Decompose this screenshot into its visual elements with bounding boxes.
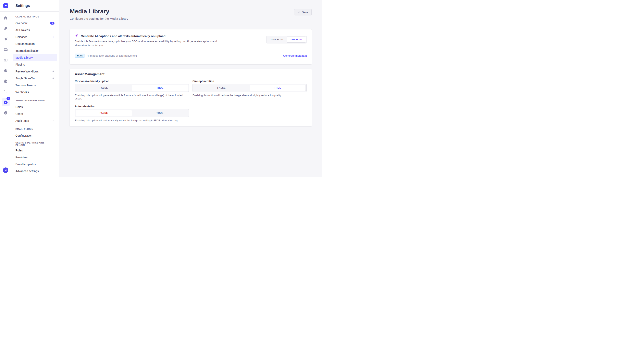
toggle-false-option[interactable]: FALSE xyxy=(193,85,250,91)
generate-metadata-link[interactable]: Generate metadata xyxy=(283,54,307,57)
sidebar-item-plugins[interactable]: Plugins xyxy=(13,61,57,68)
sidebar-section: ADMINISTRATION PANEL Roles Users Audit L… xyxy=(12,98,59,124)
feather-icon[interactable] xyxy=(2,24,10,32)
sidebar-section: EMAIL PLUGIN Configuration xyxy=(12,127,59,139)
toggle-field-description: Enabling this option will automatically … xyxy=(75,119,189,122)
sidebar-item-advanced-settings[interactable]: Advanced settings xyxy=(13,168,57,175)
sidebar-section: GLOBAL SETTINGS Overview 1 API Tokens Re… xyxy=(12,14,59,96)
toggle-true-option[interactable]: TRUE xyxy=(250,85,306,91)
home-icon[interactable] xyxy=(2,14,10,22)
page-header-text: Media Library Configure the settings for… xyxy=(70,7,128,20)
sidebar-section-label: EMAIL PLUGIN xyxy=(13,127,57,131)
gear-icon[interactable]: 1 xyxy=(2,98,10,106)
settings-nav-badge: 1 xyxy=(6,97,10,100)
page-title: Media Library xyxy=(70,7,128,15)
primary-nav-strip: 1 M xyxy=(0,0,12,177)
sidebar-item-label: API Tokens xyxy=(16,28,30,32)
sidebar-item-label: Overview xyxy=(16,21,27,25)
toggle-true-option[interactable]: TRUE xyxy=(132,110,188,116)
beta-badge: BETA xyxy=(74,54,85,58)
ai-banner-description: Enable this feature to save time, optimi… xyxy=(74,39,225,47)
sidebar-item-label: Single Sign-On xyxy=(16,77,34,80)
save-button[interactable]: Save xyxy=(294,9,312,15)
ai-banner-title-row: Generate AI captions and alt texts autom… xyxy=(74,34,258,38)
sidebar-section: USERS & PERMISSIONS PLUGIN Roles Provide… xyxy=(12,142,59,175)
sidebar-item-configuration[interactable]: Configuration xyxy=(13,132,57,139)
pictures-icon[interactable] xyxy=(2,45,10,54)
sidebar-item-review-workflows[interactable]: Review Workflows xyxy=(13,68,57,75)
puzzle-icon-2[interactable] xyxy=(2,77,10,85)
field-size-optimization: Size optimization FALSE TRUE Enabling th… xyxy=(192,80,306,100)
ai-toggle-enabled-option[interactable]: ENABLED xyxy=(287,36,306,43)
toggle-field-label: Auto orientation xyxy=(75,105,189,108)
cart-icon[interactable] xyxy=(2,88,10,96)
main-content: Media Library Configure the settings for… xyxy=(59,0,322,177)
sidebar-item-label: Plugins xyxy=(16,63,25,66)
sparkle-icon xyxy=(74,34,79,38)
asset-management-card: Asset Management Responsive friendly upl… xyxy=(70,69,312,126)
ai-toggle-disabled-option[interactable]: DISABLED xyxy=(267,36,287,43)
lightning-bolt-icon xyxy=(52,70,54,73)
sidebar-item-users[interactable]: Users xyxy=(13,110,57,117)
toggle-field-description: Enabling this option will generate multi… xyxy=(75,94,189,100)
toggle-field-control: FALSE TRUE xyxy=(192,84,306,92)
ai-banner-text: Generate AI captions and alt texts autom… xyxy=(74,34,266,47)
sidebar-item-label: Transfer Tokens xyxy=(16,84,36,87)
settings-sidebar: Settings GLOBAL SETTINGS Overview 1 API … xyxy=(12,0,59,177)
page-header: Media Library Configure the settings for… xyxy=(70,7,312,20)
sidebar-item-label: Users xyxy=(16,112,23,116)
toggle-field-description: Enabling this option will reduce the ima… xyxy=(192,94,306,97)
sidebar-item-label: Documentation xyxy=(16,42,34,45)
toggle-false-option[interactable]: FALSE xyxy=(76,85,132,91)
asset-management-title: Asset Management xyxy=(75,72,306,76)
sidebar-item-transfer-tokens[interactable]: Transfer Tokens xyxy=(13,82,57,89)
field-responsive-friendly-upload: Responsive friendly upload FALSE TRUE En… xyxy=(75,80,189,100)
toggle-false-option[interactable]: FALSE xyxy=(76,110,132,116)
lightning-bolt-icon xyxy=(52,36,54,38)
field-auto-orientation: Auto orientation FALSE TRUE Enabling thi… xyxy=(75,105,189,122)
sidebar-item-releases[interactable]: Releases xyxy=(13,33,57,40)
sidebar-item-email-templates[interactable]: Email templates xyxy=(13,161,57,168)
ai-banner-title: Generate AI captions and alt texts autom… xyxy=(81,34,166,38)
lightning-bolt-icon xyxy=(52,77,54,80)
user-avatar[interactable]: M xyxy=(3,168,8,173)
toggle-field-label: Size optimization xyxy=(192,80,306,83)
layout-icon[interactable] xyxy=(2,56,10,64)
ai-banner-top: Generate AI captions and alt texts autom… xyxy=(70,29,312,47)
sidebar-section-label: GLOBAL SETTINGS xyxy=(13,14,57,19)
sidebar-item-overview[interactable]: Overview 1 xyxy=(13,20,57,27)
sidebar-item-label: Internationalization xyxy=(16,49,40,52)
puzzle-icon[interactable] xyxy=(2,67,10,75)
info-icon[interactable] xyxy=(2,109,10,117)
save-button-label: Save xyxy=(302,11,308,14)
notification-badge: 1 xyxy=(50,22,54,24)
sidebar-title: Settings xyxy=(12,0,59,11)
sidebar-item-label: Configuration xyxy=(16,134,32,137)
sidebar-item-documentation[interactable]: Documentation xyxy=(13,40,57,47)
logo-cell xyxy=(0,0,11,11)
lightning-bolt-icon xyxy=(52,120,54,122)
sidebar-item-label: Review Workflows xyxy=(16,70,38,73)
sidebar-item-label: Audit Logs xyxy=(16,119,29,122)
toggle-field-control: FALSE TRUE xyxy=(75,109,189,117)
sidebar-item-label: Providers xyxy=(16,156,28,159)
sidebar-section-label: USERS & PERMISSIONS PLUGIN xyxy=(13,142,57,146)
sidebar-item-api-tokens[interactable]: API Tokens xyxy=(13,27,57,33)
primary-nav-icons: 1 xyxy=(0,11,11,117)
check-icon xyxy=(298,11,300,13)
toggle-true-option[interactable]: TRUE xyxy=(132,85,188,91)
sidebar-item-single-sign-on[interactable]: Single Sign-On xyxy=(13,75,57,82)
sidebar-section-label: ADMINISTRATION PANEL xyxy=(13,98,57,103)
paper-plane-icon[interactable] xyxy=(2,35,10,43)
sidebar-item-roles[interactable]: Roles xyxy=(13,104,57,110)
sidebar-item-audit-logs[interactable]: Audit Logs xyxy=(13,117,57,124)
strapi-logo-icon[interactable] xyxy=(3,3,8,8)
sidebar-item-media-library[interactable]: Media Library xyxy=(13,54,57,61)
sidebar-item-internationalization[interactable]: Internationalization xyxy=(13,47,57,54)
sidebar-sections: GLOBAL SETTINGS Overview 1 API Tokens Re… xyxy=(12,11,59,177)
sidebar-item-label: Media Library xyxy=(16,56,33,59)
sidebar-item-webhooks[interactable]: Webhooks xyxy=(13,89,57,96)
sidebar-item-providers[interactable]: Providers xyxy=(13,154,57,161)
strip-footer: M xyxy=(0,164,11,177)
sidebar-item-roles[interactable]: Roles xyxy=(13,147,57,154)
